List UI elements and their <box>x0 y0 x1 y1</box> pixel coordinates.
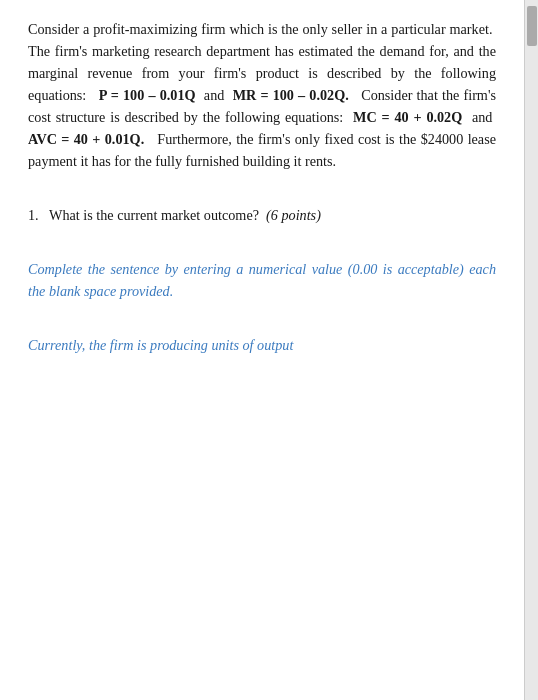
equation-p: P = 100 – 0.01Q <box>99 87 196 103</box>
question-section: 1. What is the current market outcome? (… <box>28 204 496 226</box>
instruction-text: Complete the sentence by entering a nume… <box>28 261 496 299</box>
page-container: Consider a profit-maximizing firm which … <box>0 0 538 700</box>
question-points: (6 points) <box>266 207 321 223</box>
equation-avc: AVC = 40 + 0.01Q. <box>28 131 144 147</box>
currently-section: Currently, the firm is producing units o… <box>28 334 496 356</box>
scrollbar-thumb[interactable] <box>527 6 537 46</box>
main-paragraph: Consider a profit-maximizing firm which … <box>28 18 496 172</box>
scrollbar[interactable] <box>524 0 538 700</box>
currently-text: Currently, the firm is producing units o… <box>28 337 293 353</box>
question-number: 1. What is the current market outcome? <box>28 207 266 223</box>
equation-mr: MR = 100 – 0.02Q. <box>233 87 349 103</box>
equation-mc: MC = 40 + 0.02Q <box>353 109 462 125</box>
main-content: Consider a profit-maximizing firm which … <box>0 0 524 700</box>
instruction-section: Complete the sentence by entering a nume… <box>28 258 496 302</box>
